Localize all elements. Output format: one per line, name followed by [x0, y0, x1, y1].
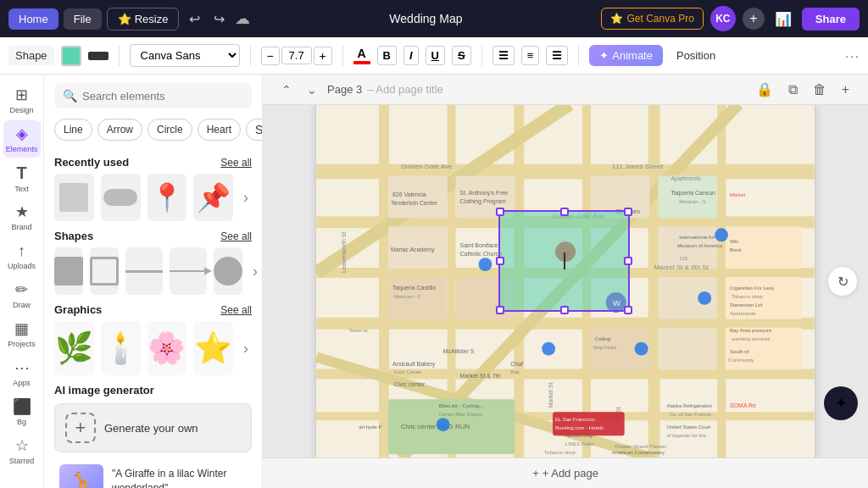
increase-size-button[interactable]: +	[314, 47, 332, 65]
shape-item-square-solid[interactable]	[54, 247, 83, 295]
text-color-button[interactable]: A	[353, 47, 370, 64]
handle-bottom-left[interactable]	[496, 306, 504, 314]
svg-text:BikeLink - Cycling...: BikeLink - Cycling...	[439, 403, 484, 408]
page-expand-button[interactable]: ⌄	[302, 81, 322, 98]
align-left-button[interactable]: ☰	[492, 46, 515, 65]
avatar[interactable]: KC	[710, 6, 736, 31]
shapes-see-all[interactable]: See all	[220, 230, 252, 242]
shapes-more[interactable]: ›	[249, 259, 261, 284]
more-options-button[interactable]: ⋯	[844, 47, 860, 65]
handle-top-right[interactable]	[624, 208, 632, 216]
main-area: ⊞ Design ◈ Elements T Text ★ Brand ↑ Upl…	[0, 75, 868, 488]
ai-image-giraffe[interactable]: 🦒 "A Giraffe in a lilac Winter wonderlan…	[54, 459, 252, 488]
resize-button[interactable]: ⭐ Resize	[107, 8, 180, 30]
chip-more[interactable]: Sq›	[246, 119, 262, 141]
handle-middle-left[interactable]	[496, 257, 504, 265]
shapes-header: Shapes See all	[54, 230, 252, 242]
shape-item-square-outline[interactable]	[90, 247, 119, 295]
recent-item-pill[interactable]	[101, 174, 141, 221]
redo-button[interactable]: ↪	[209, 8, 230, 30]
home-button[interactable]: Home	[8, 8, 58, 30]
graphic-item-plant[interactable]: 🌿	[54, 321, 94, 375]
recently-used-more[interactable]: ›	[240, 186, 252, 210]
undo-button[interactable]: ↩	[184, 8, 205, 30]
undo-redo-group: ↩ ↪	[184, 8, 230, 30]
shape-item-arrow[interactable]	[170, 247, 207, 295]
svg-text:Taqueria Cancun: Taqueria Cancun	[670, 190, 715, 197]
get-pro-button[interactable]: ⭐ Get Canva Pro	[601, 8, 703, 30]
chip-line[interactable]: Line	[54, 119, 92, 141]
add-page-button[interactable]: +	[837, 80, 854, 99]
svg-text:Alonzo King: Alonzo King	[565, 433, 593, 438]
graphics-more[interactable]: ›	[240, 336, 252, 361]
graphics-see-all[interactable]: See all	[220, 304, 252, 316]
align-right-button[interactable]: ☰	[546, 46, 568, 65]
sidebar-item-draw[interactable]: ✏ Draw	[3, 276, 41, 313]
graphic-item-star[interactable]: ⭐	[193, 321, 233, 375]
sidebar-item-background[interactable]: ⬛ Bg	[3, 393, 41, 430]
map-canvas[interactable]: Golden Gate Ave Golden Gate Ave Market S…	[263, 105, 868, 458]
page-actions: 🔒 ⧉ 🗑 +	[751, 80, 854, 99]
page-collapse-button[interactable]: ⌃	[276, 81, 297, 98]
separator	[342, 46, 343, 66]
sidebar-item-text[interactable]: T Text	[3, 159, 41, 197]
selection-box[interactable]	[498, 210, 630, 312]
svg-text:Civic center: Civic center	[394, 381, 426, 387]
page-title-placeholder[interactable]: – Add page title	[367, 83, 443, 96]
font-size-input[interactable]	[281, 47, 312, 64]
shape-item-circle[interactable]	[214, 247, 242, 295]
analytics-button[interactable]: 📊	[771, 8, 795, 30]
lock-page-button[interactable]: 🔒	[751, 80, 778, 99]
duplicate-page-button[interactable]: ⧉	[783, 80, 803, 99]
add-collaborator-button[interactable]: +	[743, 8, 765, 30]
font-select[interactable]: Canva Sans	[130, 44, 240, 67]
sidebar-item-uploads[interactable]: ↑ Uploads	[3, 237, 41, 274]
file-button[interactable]: File	[64, 8, 102, 30]
decrease-size-button[interactable]: −	[261, 47, 280, 65]
add-page-button[interactable]: + + Add page	[532, 467, 598, 480]
recently-used-see-all[interactable]: See all	[220, 157, 252, 169]
sidebar-item-apps[interactable]: ⋯ Apps	[3, 354, 41, 391]
refresh-button[interactable]: ↻	[827, 266, 858, 297]
ai-generator-section: AI image generator + Generate your own 🦒…	[54, 384, 252, 488]
handle-bottom-middle[interactable]	[560, 306, 569, 314]
stroke-swatch[interactable]	[88, 52, 108, 60]
align-center-button[interactable]: ≡	[521, 46, 540, 65]
sidebar-item-starred[interactable]: ☆ Starred	[3, 432, 41, 469]
sidebar-item-elements[interactable]: ◈ Elements	[3, 120, 41, 158]
search-input-wrap[interactable]: 🔍	[54, 83, 252, 108]
chip-arrow[interactable]: Arrow	[97, 119, 142, 141]
svg-text:826 Valencia: 826 Valencia	[392, 191, 426, 197]
handle-bottom-right[interactable]	[624, 306, 632, 314]
graphic-item-candle[interactable]: 🕯️	[101, 321, 141, 375]
sidebar-item-design[interactable]: ⊞ Design	[3, 81, 41, 119]
recent-item-pin-blue[interactable]: 📌	[193, 174, 233, 221]
graphic-item-hand[interactable]: 🌸	[147, 321, 187, 375]
magic-button[interactable]: ✦	[824, 386, 858, 420]
svg-text:Saint Boniface: Saint Boniface	[460, 242, 498, 248]
svg-text:111 Jones Street: 111 Jones Street	[612, 163, 664, 170]
svg-text:Bak.: Bak.	[510, 369, 520, 374]
fill-color-swatch[interactable]	[61, 46, 81, 66]
animate-button[interactable]: ✦ Animate	[589, 45, 663, 66]
shape-item-line[interactable]	[125, 247, 163, 295]
recent-item-pin[interactable]: 📍	[147, 174, 187, 221]
sidebar-item-projects[interactable]: ▦ Projects	[3, 315, 41, 352]
italic-button[interactable]: I	[403, 46, 419, 65]
sidebar-item-brand[interactable]: ★ Brand	[3, 198, 41, 236]
handle-top-middle[interactable]	[560, 208, 569, 216]
delete-page-button[interactable]: 🗑	[808, 80, 832, 99]
generate-own-button[interactable]: + Generate your own	[54, 403, 252, 452]
position-button[interactable]: Position	[670, 46, 722, 65]
svg-text:Win: Win	[730, 239, 738, 244]
bold-button[interactable]: B	[377, 46, 397, 65]
chip-heart[interactable]: Heart	[198, 119, 241, 141]
search-input[interactable]	[82, 90, 243, 103]
handle-middle-right[interactable]	[624, 257, 632, 265]
share-button[interactable]: Share	[802, 8, 860, 30]
chip-circle[interactable]: Circle	[147, 119, 192, 141]
handle-top-left[interactable]	[496, 208, 504, 216]
recent-item-square[interactable]	[54, 174, 94, 221]
underline-button[interactable]: U	[426, 46, 445, 65]
strikethrough-button[interactable]: S	[452, 46, 471, 65]
